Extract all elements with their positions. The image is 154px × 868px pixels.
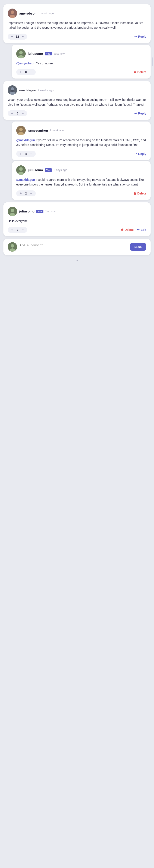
- comment-card-1: amyrobson 1 month ago Impressive! Though…: [3, 4, 151, 43]
- upvote-button[interactable]: +: [19, 70, 22, 74]
- user-row: juliusomo You Just now: [16, 49, 146, 58]
- action-bar: + 5 − ↩ Reply: [8, 111, 146, 116]
- vote-control: + 4 −: [16, 151, 36, 157]
- reply-card-2-1: ramsesmiron 1 week ago @maxblagun If you…: [12, 122, 151, 160]
- you-badge: You: [45, 52, 52, 55]
- user-info: amyrobson 1 month ago: [19, 11, 54, 15]
- page-container: amyrobson 1 month ago Impressive! Though…: [0, 0, 154, 273]
- vote-control: + 0 −: [8, 227, 27, 233]
- action-bar: + 2 − 🗑 Delete: [16, 190, 146, 196]
- username: maxblagun: [19, 88, 36, 92]
- avatar: [8, 242, 17, 252]
- delete-icon: 🗑: [133, 70, 136, 74]
- comment-text: @amyrobson Yes , I agree.: [16, 61, 146, 66]
- action-bar: + 4 − ↩ Reply: [16, 151, 146, 157]
- vote-control: + 5 −: [8, 111, 27, 116]
- reply-icon: ↩: [134, 152, 137, 156]
- compose-input[interactable]: [20, 244, 127, 250]
- user-info: juliusomo You Just now: [19, 210, 56, 213]
- delete-button[interactable]: 🗑 Delete: [121, 228, 134, 231]
- vote-control: + 0 −: [16, 69, 36, 75]
- reply-card-1-1: juliusomo You Just now @amyrobson Yes , …: [12, 45, 151, 79]
- svg-point-14: [19, 167, 23, 171]
- avatar: [8, 207, 17, 216]
- downvote-button[interactable]: −: [21, 112, 24, 115]
- delete-button[interactable]: 🗑 Delete: [133, 70, 146, 74]
- upvote-button[interactable]: +: [19, 152, 22, 156]
- upvote-button[interactable]: +: [11, 112, 13, 115]
- edit-button[interactable]: ✏ Edit: [137, 228, 146, 231]
- action-bar: + 0 − 🗑 Delete: [16, 69, 146, 75]
- upvote-button[interactable]: +: [11, 35, 13, 38]
- user-row: ramsesmiron 1 week ago: [16, 126, 146, 135]
- downvote-button[interactable]: −: [30, 192, 32, 195]
- comment-card-2: maxblagun 2 weeks ago Woah, your project…: [3, 81, 151, 120]
- user-row: amyrobson 1 month ago: [8, 8, 146, 18]
- delete-button[interactable]: 🗑 Delete: [133, 192, 146, 195]
- vote-count: 0: [16, 228, 19, 231]
- timestamp: 1 month ago: [38, 12, 54, 15]
- timestamp: 1 week ago: [50, 129, 64, 132]
- downvote-button[interactable]: −: [30, 152, 32, 156]
- mention: @maxblagun: [16, 138, 35, 142]
- reply-text: I couldn't agree more with this. Everyth…: [16, 178, 144, 186]
- you-badge: You: [36, 210, 43, 213]
- upvote-button[interactable]: +: [11, 228, 13, 231]
- vote-count: 5: [16, 112, 19, 115]
- svg-point-17: [11, 209, 14, 212]
- vote-control: + 2 −: [16, 190, 36, 196]
- downvote-button[interactable]: −: [30, 70, 32, 74]
- action-right: 🗑 Delete ✏ Edit: [121, 228, 146, 231]
- comment-text: Impressive! Though it seems the drag fea…: [8, 21, 146, 30]
- vote-count: 12: [16, 35, 19, 38]
- user-info: juliusomo You 2 days ago: [28, 168, 67, 172]
- action-bar: + 0 − 🗑 Delete ✏ Edit: [8, 227, 146, 233]
- user-info: ramsesmiron 1 week ago: [28, 129, 64, 132]
- svg-point-1: [11, 10, 14, 14]
- compose-card: SEND: [3, 239, 151, 255]
- avatar: [8, 85, 17, 95]
- chevron-up-icon[interactable]: ⌃: [75, 259, 79, 264]
- reply-text: Yes , I agree.: [35, 62, 54, 65]
- username: juliusomo: [28, 52, 43, 55]
- user-row: juliusomo You 2 days ago: [16, 165, 146, 175]
- timestamp: 2 weeks ago: [38, 89, 54, 92]
- delete-label: Delete: [137, 192, 146, 195]
- send-button[interactable]: SEND: [130, 243, 146, 251]
- timestamp: Just now: [54, 52, 65, 55]
- reply-icon: ↩: [134, 112, 137, 115]
- username: ramsesmiron: [28, 129, 48, 132]
- upvote-button[interactable]: +: [19, 192, 22, 195]
- reply-label: Reply: [138, 35, 146, 38]
- reply-label: Reply: [138, 152, 146, 156]
- reply-text: If you're still new, I'd recommend focus…: [16, 138, 146, 147]
- chevron-up-bar: ⌃: [3, 257, 151, 265]
- reply-button[interactable]: ↩ Reply: [134, 35, 146, 38]
- avatar: [16, 126, 26, 135]
- user-info: maxblagun 2 weeks ago: [19, 88, 54, 92]
- reply-button[interactable]: ↩ Reply: [134, 152, 146, 156]
- downvote-button[interactable]: −: [21, 35, 24, 38]
- scroll-handle[interactable]: [152, 57, 153, 66]
- comment-group-2: maxblagun 2 weeks ago Woah, your project…: [3, 81, 151, 199]
- action-bar: + 12 − ↩ Reply: [8, 34, 146, 39]
- delete-icon: 🗑: [121, 228, 124, 231]
- comment-text: Woah, your project looks awesome! How lo…: [8, 97, 146, 107]
- reply-button[interactable]: ↩ Reply: [134, 112, 146, 115]
- user-row: maxblagun 2 weeks ago: [8, 85, 146, 95]
- comment-text: @maxblagun If you're still new, I'd reco…: [16, 138, 146, 147]
- delete-label: Delete: [125, 228, 134, 231]
- mention: @amyrobson: [16, 62, 35, 65]
- username: juliusomo: [19, 210, 34, 213]
- vote-control: + 12 −: [8, 34, 27, 39]
- svg-point-9: [11, 90, 14, 92]
- reply-label: Reply: [138, 112, 146, 115]
- comment-card-3: juliusomo You Just now Hello everyone + …: [3, 203, 151, 236]
- avatar: [8, 8, 17, 18]
- downvote-button[interactable]: −: [21, 228, 24, 231]
- vote-count: 4: [24, 152, 28, 156]
- you-badge: You: [45, 168, 52, 172]
- edit-icon: ✏: [137, 228, 140, 231]
- avatar: [16, 49, 26, 58]
- svg-point-20: [11, 244, 14, 248]
